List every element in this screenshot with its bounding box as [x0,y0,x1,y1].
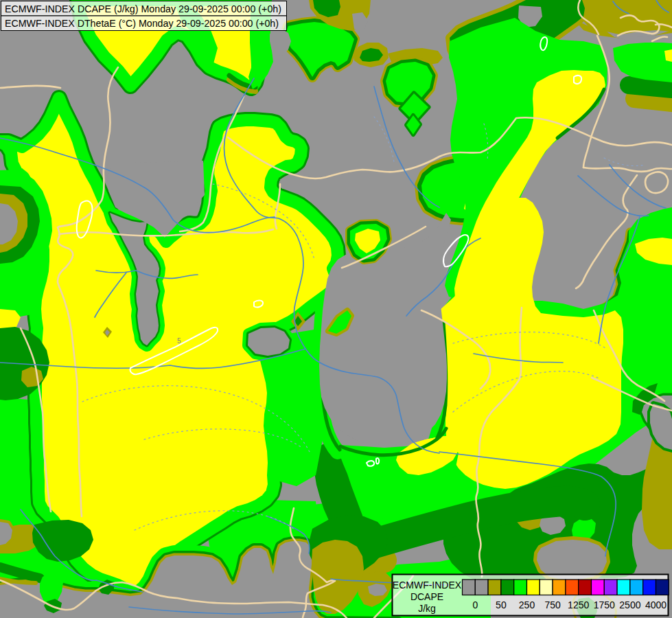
svg-text:J/kg: J/kg [418,603,436,614]
svg-text:1250: 1250 [568,599,589,610]
svg-text:ECMWF-INDEX DCAPE (J/kg) Monda: ECMWF-INDEX DCAPE (J/kg) Monday 29-09-20… [5,3,281,14]
svg-text:0: 0 [472,599,478,610]
svg-text:ECMWF-INDEX: ECMWF-INDEX [393,580,462,591]
svg-text:DCAPE: DCAPE [410,591,443,602]
svg-text:4000: 4000 [645,599,667,610]
svg-text:250: 250 [519,599,535,610]
svg-text:2500: 2500 [619,599,640,610]
svg-text:50: 50 [496,599,507,610]
svg-text:5: 5 [177,337,181,345]
svg-text:ECMWF-INDEX DThetaE (°C) Monda: ECMWF-INDEX DThetaE (°C) Monday 29-09-20… [5,17,279,29]
svg-text:750: 750 [544,599,561,610]
svg-text:1750: 1750 [594,599,615,610]
